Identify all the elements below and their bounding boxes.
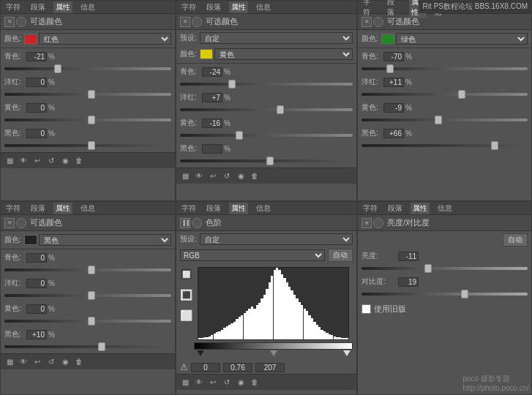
tab-prop-p6[interactable]: 属性 xyxy=(411,203,430,214)
brightness-thumb-p6[interactable] xyxy=(424,264,432,273)
color-swatch-p3[interactable] xyxy=(381,34,394,44)
contrast-value-p6[interactable] xyxy=(398,277,419,287)
tb-icon-refresh-p2[interactable]: ↺ xyxy=(221,170,233,182)
slider-value-yellow-p2[interactable] xyxy=(202,118,222,128)
slider-track-black-p4[interactable] xyxy=(4,342,171,352)
tab-info-p2[interactable]: 信息 xyxy=(254,1,273,13)
tab-char-p3[interactable]: 字符 xyxy=(361,0,379,18)
slider-track-cyan-p4[interactable] xyxy=(4,265,171,275)
levels-input-mid[interactable] xyxy=(223,363,252,372)
visibility-icon-p3[interactable]: ✕ xyxy=(361,17,372,27)
layer-icon-p2[interactable] xyxy=(192,17,202,27)
tab-para-p5[interactable]: 段落 xyxy=(204,203,223,214)
tb-icon-undo-p4[interactable]: ↩ xyxy=(31,356,43,368)
slider-track-black-p2[interactable] xyxy=(180,156,353,166)
slider-thumb-black-p1[interactable] xyxy=(88,141,95,150)
brightness-icon-p6[interactable]: ☀ xyxy=(361,218,372,228)
color-select-p3[interactable]: 绿色 xyxy=(396,33,528,45)
slider-thumb-cyan-p2[interactable] xyxy=(228,80,236,89)
tab-para-p3[interactable]: 段落 xyxy=(385,0,403,18)
slider-thumb-yellow-p3[interactable] xyxy=(435,116,442,124)
tab-para-p1[interactable]: 段落 xyxy=(29,1,48,13)
slider-thumb-black-p2[interactable] xyxy=(266,157,274,165)
levels-input-max[interactable] xyxy=(255,363,285,372)
histogram-icon-p5[interactable]: ▐▐ xyxy=(180,218,190,228)
tb-icon-grid-p2[interactable]: ▦ xyxy=(179,170,191,182)
slider-track-magenta-p1[interactable] xyxy=(4,89,171,99)
slider-track-cyan-p2[interactable] xyxy=(180,79,353,89)
slider-track-magenta-p3[interactable] xyxy=(361,89,528,99)
slider-thumb-yellow-p4[interactable] xyxy=(88,317,95,326)
color-swatch-p2[interactable] xyxy=(200,49,213,59)
tb-icon-trash-p1[interactable]: 🗑 xyxy=(73,155,85,167)
layer-icon-p1[interactable] xyxy=(16,17,26,27)
tb-icon-trash-p4[interactable]: 🗑 xyxy=(73,356,85,368)
tb-icon-undo-p1[interactable]: ↩ xyxy=(31,155,43,167)
slider-value-black-p4[interactable] xyxy=(26,330,47,339)
brightness-value-p6[interactable] xyxy=(398,252,419,261)
tb-icon-eye-p5[interactable]: 👁 xyxy=(193,377,205,388)
slider-thumb-cyan-p4[interactable] xyxy=(88,266,95,274)
tab-prop-p2[interactable]: 属性 xyxy=(229,1,248,13)
layer-icon-p4[interactable] xyxy=(16,218,26,228)
slider-value-black-p1[interactable] xyxy=(26,129,47,138)
tb-icon-grid-p4[interactable]: ▦ xyxy=(4,356,15,368)
slider-thumb-magenta-p3[interactable] xyxy=(458,90,465,99)
slider-thumb-cyan-p3[interactable] xyxy=(386,64,394,73)
tb-icon-eye2-p1[interactable]: ◉ xyxy=(59,155,71,167)
mid-point-thumb[interactable] xyxy=(270,350,277,356)
tb-icon-undo-p5[interactable]: ↩ xyxy=(207,377,219,388)
slider-track-magenta-p4[interactable] xyxy=(4,290,171,301)
preset-select-p5[interactable]: 自定 xyxy=(200,233,353,245)
levels-input-min[interactable] xyxy=(191,363,220,372)
tb-icon-eye2-p2[interactable]: ◉ xyxy=(235,170,247,182)
slider-track-yellow-p1[interactable] xyxy=(4,115,171,125)
slider-thumb-yellow-p1[interactable] xyxy=(88,116,95,124)
slider-value-cyan-p1[interactable] xyxy=(26,52,47,61)
slider-value-cyan-p4[interactable] xyxy=(26,253,47,263)
eyedrop-white-icon[interactable]: ⬜ xyxy=(180,309,192,321)
eyedrop-black-icon[interactable]: 🔲 xyxy=(180,268,192,280)
slider-track-black-p3[interactable] xyxy=(361,140,528,151)
slider-track-black-p1[interactable] xyxy=(4,140,171,151)
levels-thumb-row[interactable] xyxy=(194,350,353,359)
eyedrop-gray-icon[interactable]: 🔳 xyxy=(180,289,192,301)
slider-thumb-magenta-p4[interactable] xyxy=(88,291,95,300)
tb-icon-trash-p5[interactable]: 🗑 xyxy=(249,377,261,388)
tab-para-p2[interactable]: 段落 xyxy=(204,1,223,13)
tb-icon-grid-p5[interactable]: ▦ xyxy=(179,377,191,388)
slider-thumb-black-p3[interactable] xyxy=(491,141,498,150)
slider-value-magenta-p3[interactable] xyxy=(383,78,404,87)
contrast-slider-p6[interactable] xyxy=(361,289,528,299)
tab-char-p1[interactable]: 字符 xyxy=(4,1,23,13)
tab-para-p4[interactable]: 段落 xyxy=(29,203,48,214)
tab-info-p5[interactable]: 信息 xyxy=(254,203,273,214)
tab-char-p5[interactable]: 字符 xyxy=(179,203,198,214)
color-swatch-p4[interactable] xyxy=(24,235,37,245)
slider-track-yellow-p2[interactable] xyxy=(180,130,353,140)
layer-icon-p5[interactable] xyxy=(192,218,202,228)
visibility-icon-p4[interactable]: ✕ xyxy=(4,218,15,228)
slider-value-cyan-p2[interactable] xyxy=(202,67,222,77)
slider-value-black-p2[interactable] xyxy=(202,144,222,154)
slider-track-cyan-p1[interactable] xyxy=(4,64,171,74)
slider-value-magenta-p2[interactable] xyxy=(202,93,222,102)
slider-track-cyan-p3[interactable] xyxy=(361,64,528,74)
layer-icon-p6[interactable] xyxy=(373,218,383,228)
slider-track-yellow-p4[interactable] xyxy=(4,316,171,326)
rgb-select-p5[interactable]: RGB xyxy=(180,249,325,261)
contrast-thumb-p6[interactable] xyxy=(461,290,468,298)
legacy-checkbox-p6[interactable] xyxy=(361,304,371,314)
brightness-slider-p6[interactable] xyxy=(361,263,528,274)
tb-icon-refresh-p5[interactable]: ↺ xyxy=(221,377,233,388)
tab-char-p6[interactable]: 字符 xyxy=(361,203,380,214)
visibility-icon-p2[interactable]: ✕ xyxy=(180,17,190,27)
tab-char-p2[interactable]: 字符 xyxy=(179,1,198,13)
tab-info-p6[interactable]: 信息 xyxy=(435,203,454,214)
color-select-p1[interactable]: 红色 xyxy=(39,33,171,45)
slider-value-yellow-p3[interactable] xyxy=(383,103,404,113)
slider-value-yellow-p4[interactable] xyxy=(26,304,47,314)
slider-thumb-cyan-p1[interactable] xyxy=(54,64,61,73)
slider-value-black-p3[interactable] xyxy=(383,129,404,138)
auto-button-p6[interactable]: 自动 xyxy=(503,233,528,247)
